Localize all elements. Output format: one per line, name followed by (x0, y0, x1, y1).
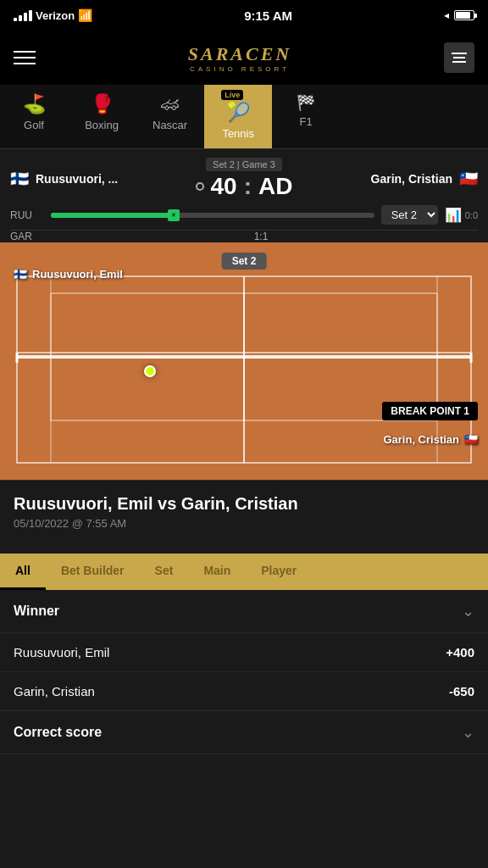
score-center: Set 2 | Game 3 40 : AD (176, 158, 312, 200)
sport-item-tennis[interactable]: Live 🎾 Tennis (204, 85, 272, 148)
sport-item-boxing[interactable]: 🥊 Boxing (68, 85, 136, 148)
signal-icon (14, 10, 32, 21)
score-display: 40 : AD (196, 173, 293, 200)
court-visualization: Set 2 🇫🇮 Ruusuvuori, Emil BREAK POINT 1 … (0, 242, 488, 480)
bet-player2-name: Garin, Cristian (14, 684, 95, 698)
set-selector-row: RUU ✕ Set 2 Set 1 📊 0:0 (10, 200, 478, 231)
bet-slip-button[interactable] (444, 42, 474, 73)
player2-name: Garin, Cristian (371, 172, 452, 186)
sport-item-nascar[interactable]: 🏎 Nascar (136, 85, 204, 148)
sport-navigation: ⛳ Golf 🥊 Boxing 🏎 Nascar Live 🎾 Tennis 🏁… (0, 85, 488, 149)
carrier-name: Verizon (36, 9, 75, 22)
sets-tally: 1:1 (44, 231, 478, 242)
tab-player[interactable]: Player (246, 554, 312, 590)
sport-label-tennis: Tennis (222, 127, 254, 140)
progress-fill (51, 213, 174, 218)
correct-score-title: Correct score (14, 725, 102, 740)
logo-subtitle: CASINO RESORT (190, 65, 290, 73)
score-indicator: 0:0 (465, 210, 478, 220)
status-bar: Verizon 📶 9:15 AM ◂ (0, 0, 488, 31)
bet-option-player2[interactable]: Garin, Cristian -650 (0, 672, 488, 711)
player2-score: AD (258, 173, 292, 200)
app-logo: SARACEN CASINO RESORT (188, 43, 292, 73)
winner-group-header[interactable]: Winner ⌄ (0, 590, 488, 633)
player2-info: Garin, Cristian 🇨🇱 (312, 170, 478, 188)
sport-item-golf[interactable]: ⛳ Golf (0, 85, 68, 148)
player2-abbr: GAR (10, 231, 44, 242)
stats-icon: 📊 (445, 207, 462, 223)
player1-info: 🇫🇮 Ruusuvuori, ... (10, 170, 176, 188)
f1-icon: 🏁 (297, 93, 315, 112)
bet-player2-odds: -650 (449, 684, 474, 698)
player2-court-flag: 🇨🇱 (464, 433, 478, 446)
sport-label-boxing: Boxing (85, 119, 119, 131)
score-separator: : (244, 173, 252, 200)
player1-flag: 🇫🇮 (10, 170, 29, 188)
progress-marker: ✕ (168, 209, 180, 221)
tab-all[interactable]: All (0, 554, 46, 590)
battery-icon (454, 10, 474, 20)
match-info-section: Ruusuvuori, Emil vs Garin, Cristian 05/1… (0, 480, 488, 543)
break-point-badge: BREAK POINT 1 (382, 402, 478, 420)
set-dropdown[interactable]: Set 2 Set 1 (381, 205, 438, 225)
progress-area: ✕ (44, 209, 381, 221)
winner-group-title: Winner (14, 604, 59, 619)
ball-marker (144, 365, 156, 377)
player1-abbr: RUU (10, 209, 44, 221)
live-badge: Live (221, 90, 243, 100)
bet-option-player1[interactable]: Ruusuvuori, Emil +400 (0, 633, 488, 672)
sport-label-golf: Golf (24, 119, 44, 131)
match-score-header: 🇫🇮 Ruusuvuori, ... Set 2 | Game 3 40 : A… (0, 149, 488, 242)
chevron-down-icon-2: ⌄ (462, 723, 474, 742)
golf-icon: ⛳ (23, 93, 46, 115)
player1-court-name: Ruusuvuori, Emil (32, 268, 123, 281)
serve-indicator (196, 182, 204, 191)
gar-row: GAR 1:1 (10, 231, 478, 242)
correct-score-group-header[interactable]: Correct score ⌄ (0, 711, 488, 754)
score-row: 🇫🇮 Ruusuvuori, ... Set 2 | Game 3 40 : A… (10, 158, 478, 200)
bet-section: Winner ⌄ Ruusuvuori, Emil +400 Garin, Cr… (0, 590, 488, 754)
player1-name: Ruusuvuori, ... (36, 172, 118, 186)
bet-tabs: All Bet Builder Set Main Player (0, 554, 488, 590)
progress-bar: ✕ (51, 213, 374, 218)
tab-main[interactable]: Main (188, 554, 246, 590)
bet-player1-odds: +400 (446, 645, 474, 659)
player2-court-label: Garin, Cristian 🇨🇱 (383, 433, 478, 446)
logo-text: SARACEN (188, 43, 292, 65)
sport-item-f1[interactable]: 🏁 F1 (272, 85, 340, 148)
player1-court-label: 🇫🇮 Ruusuvuori, Emil (14, 268, 123, 281)
battery-area: ◂ (444, 9, 474, 21)
wifi-icon: 📶 (78, 8, 92, 22)
location-icon: ◂ (444, 9, 449, 21)
nascar-icon: 🏎 (161, 93, 180, 115)
sport-label-nascar: Nascar (152, 119, 187, 131)
player2-flag: 🇨🇱 (459, 170, 478, 188)
sport-label-f1: F1 (300, 115, 313, 128)
hamburger-menu[interactable] (14, 51, 36, 64)
chevron-down-icon: ⌄ (462, 602, 474, 620)
match-date: 05/10/2022 @ 7:55 AM (14, 517, 474, 530)
tab-set[interactable]: Set (140, 554, 189, 590)
player1-court-flag: 🇫🇮 (14, 268, 27, 281)
set-game-label: Set 2 | Game 3 (206, 158, 282, 171)
bet-player1-name: Ruusuvuori, Emil (14, 645, 109, 659)
carrier-info: Verizon 📶 (14, 8, 92, 22)
player2-court-name: Garin, Cristian (383, 433, 459, 446)
player1-score: 40 (211, 173, 237, 200)
app-header: SARACEN CASINO RESORT (0, 31, 488, 85)
tab-bet-builder[interactable]: Bet Builder (46, 554, 140, 590)
set-label: Set 2 (222, 253, 267, 270)
boxing-icon: 🥊 (91, 93, 114, 115)
time-display: 9:15 AM (244, 8, 292, 23)
match-title: Ruusuvuori, Emil vs Garin, Cristian (14, 494, 474, 514)
tennis-icon: 🎾 (227, 102, 250, 124)
